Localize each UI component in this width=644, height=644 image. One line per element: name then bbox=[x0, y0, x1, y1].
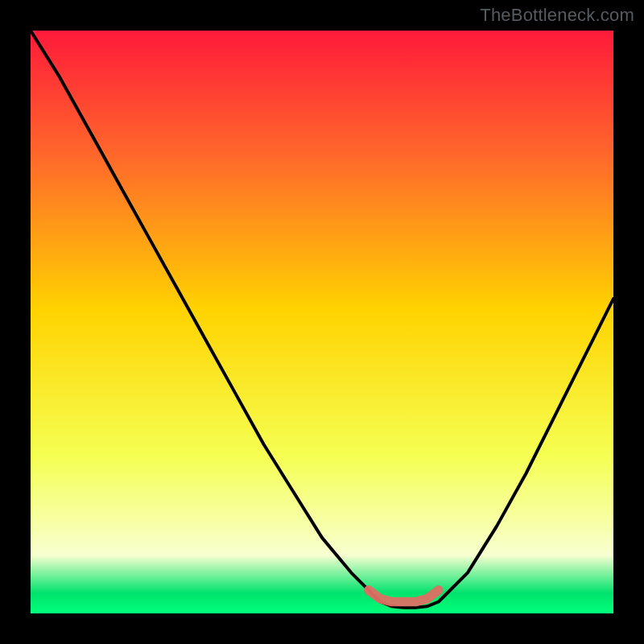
plot-area bbox=[31, 31, 613, 613]
plot-svg bbox=[31, 31, 613, 613]
plot-background bbox=[31, 31, 613, 613]
site-credit: TheBottleneck.com bbox=[480, 5, 634, 26]
chart-frame: TheBottleneck.com bbox=[0, 0, 644, 644]
